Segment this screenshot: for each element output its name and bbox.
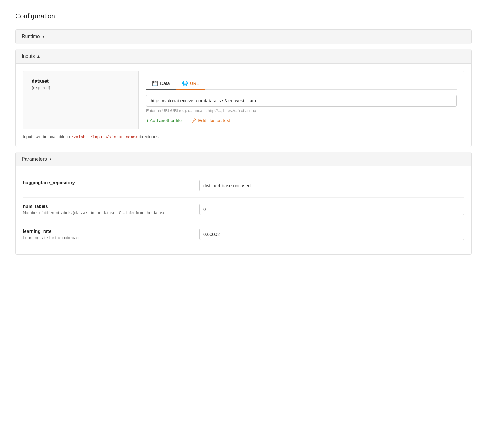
param-label-numlabels: num_labels Number of different labels (c…: [23, 204, 199, 216]
dataset-value-col: 💾 Data 🌐 URL Enter an URL/URI (e.g. datu…: [139, 71, 464, 129]
runtime-section: Runtime ▼: [15, 29, 472, 44]
param-desc-numlabels: Number of different labels (classes) in …: [23, 210, 187, 216]
add-file-label: + Add another file: [146, 118, 182, 123]
dataset-field-required: (required): [32, 85, 130, 90]
param-name-huggingface: huggingface_repository: [23, 180, 187, 185]
param-input-numlabels[interactable]: [199, 204, 464, 215]
param-row-learningrate: learning_rate Learning rate for the opti…: [23, 222, 464, 247]
parameters-chevron: ▲: [49, 157, 52, 161]
param-value-huggingface: [199, 180, 464, 191]
param-input-huggingface[interactable]: [199, 180, 464, 191]
tab-url-label: URL: [190, 81, 199, 86]
param-value-numlabels: [199, 204, 464, 215]
edit-text-label: Edit files as text: [198, 118, 230, 123]
dataset-input-row: dataset (required) 💾 Data 🌐 URL: [23, 71, 464, 129]
parameters-section-body: huggingface_repository num_labels Number…: [16, 166, 471, 254]
param-row-numlabels: num_labels Number of different labels (c…: [23, 198, 464, 222]
url-icon: 🌐: [182, 80, 188, 86]
param-value-learningrate: [199, 229, 464, 240]
tab-url[interactable]: 🌐 URL: [176, 77, 205, 90]
runtime-chevron: ▼: [42, 34, 45, 39]
input-actions: + Add another file Edit files as text: [146, 118, 457, 123]
parameters-section-header[interactable]: Parameters ▲: [16, 152, 471, 166]
param-name-numlabels: num_labels: [23, 204, 187, 209]
add-another-file-button[interactable]: + Add another file: [146, 118, 182, 123]
param-name-learningrate: learning_rate: [23, 229, 187, 234]
inputs-section-header[interactable]: Inputs ▲: [16, 49, 471, 64]
edit-icon: [191, 118, 196, 123]
dataset-field-name: dataset: [32, 79, 130, 84]
runtime-section-label: Runtime: [22, 34, 40, 39]
dataset-tabs: 💾 Data 🌐 URL: [146, 77, 457, 90]
parameters-section: Parameters ▲ huggingface_repository num_…: [15, 152, 472, 255]
tab-data-label: Data: [160, 81, 170, 86]
parameters-section-label: Parameters: [22, 156, 47, 162]
param-label-learningrate: learning_rate Learning rate for the opti…: [23, 229, 199, 241]
edit-files-as-text-button[interactable]: Edit files as text: [191, 118, 230, 123]
url-hint: Enter an URL/URI (e.g. datum://..., http…: [146, 108, 457, 113]
tab-data[interactable]: 💾 Data: [146, 77, 176, 90]
inputs-section: Inputs ▲ dataset (required) 💾 Data: [15, 49, 472, 147]
url-input[interactable]: [146, 95, 457, 107]
param-input-learningrate[interactable]: [199, 229, 464, 240]
inputs-section-body: dataset (required) 💾 Data 🌐 URL: [16, 64, 471, 147]
runtime-section-header[interactable]: Runtime ▼: [16, 30, 471, 44]
inputs-section-label: Inputs: [22, 54, 35, 59]
inputs-chevron: ▲: [37, 54, 40, 58]
param-row-huggingface: huggingface_repository: [23, 174, 464, 198]
data-icon: 💾: [152, 80, 158, 86]
param-desc-learningrate: Learning rate for the optimizer.: [23, 235, 187, 241]
page-container: Configuration Runtime ▼ Inputs ▲ dataset…: [0, 0, 487, 272]
inputs-note: Inputs will be available in /valohai/inp…: [23, 134, 464, 139]
dataset-label-col: dataset (required): [23, 71, 139, 129]
param-label-huggingface: huggingface_repository: [23, 180, 199, 186]
page-title: Configuration: [15, 12, 472, 20]
